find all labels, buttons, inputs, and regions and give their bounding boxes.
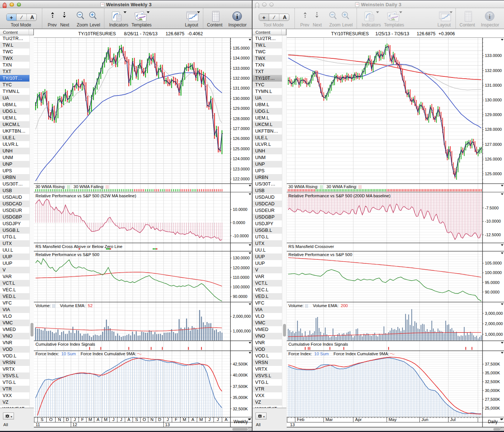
svg-text:Mar: Mar <box>326 417 333 422</box>
svg-text:S: S <box>40 417 43 422</box>
svg-text:126.6875: 126.6875 <box>166 31 185 36</box>
svg-text:+0.3906: +0.3906 <box>439 31 455 36</box>
svg-text:30,000K: 30,000K <box>485 388 500 393</box>
svg-text:134.0000: 134.0000 <box>233 56 250 60</box>
svg-text:1,000,000: 1,000,000 <box>233 329 251 333</box>
svg-text:122.0000: 122.0000 <box>233 177 250 181</box>
svg-text:128.0000: 128.0000 <box>233 116 250 121</box>
svg-text:Daily: Daily <box>488 419 498 424</box>
svg-text:RS Mansfield Cross Above or Be: RS Mansfield Cross Above or Below Zero L… <box>36 244 123 249</box>
svg-text:Apr: Apr <box>355 417 362 422</box>
svg-text:129.0000: 129.0000 <box>485 112 502 117</box>
svg-text:1/25/13 - 7/26/13: 1/25/13 - 7/26/13 <box>375 31 409 36</box>
svg-text:35,000K: 35,000K <box>485 371 500 375</box>
svg-text:30 WMA Rising: ||| 30 WMA Fa: 30 WMA Rising: ||| 30 WMA Falling: ||| <box>289 184 362 189</box>
svg-text:8/26/11 - 7/26/13: 8/26/11 - 7/26/13 <box>124 31 157 36</box>
svg-text:133.0000: 133.0000 <box>233 66 250 71</box>
svg-text:95.0000: 95.0000 <box>485 280 500 285</box>
svg-text:131.0000: 131.0000 <box>233 86 250 90</box>
svg-text:128.0000: 128.0000 <box>485 127 502 132</box>
svg-text:42,500K: 42,500K <box>233 362 248 366</box>
svg-text:105.0000: 105.0000 <box>485 261 502 265</box>
svg-text:Jul: Jul <box>450 417 456 422</box>
svg-text:TY/10TRESURIES: TY/10TRESURIES <box>331 31 369 36</box>
svg-text:126.0000: 126.0000 <box>233 136 250 141</box>
svg-text:11: 11 <box>36 422 40 427</box>
svg-text:27,500K: 27,500K <box>485 397 500 402</box>
svg-text:M: M <box>104 417 108 422</box>
svg-text:N: N <box>150 417 153 422</box>
svg-text:J: J <box>74 417 76 422</box>
svg-text:130.0000: 130.0000 <box>485 98 502 102</box>
svg-text:A: A <box>97 417 100 422</box>
svg-text:M: M <box>89 417 92 422</box>
svg-text:J: J <box>120 417 122 422</box>
svg-text:J: J <box>112 417 115 422</box>
svg-text:126.6875: 126.6875 <box>417 31 436 36</box>
svg-text:Cumulative Force Index Signals: Cumulative Force Index Signals <box>36 342 96 346</box>
svg-text:13: 13 <box>165 422 170 427</box>
svg-text:90.0000: 90.0000 <box>233 294 247 299</box>
svg-text:40,000K: 40,000K <box>233 373 248 377</box>
svg-text:123.0000: 123.0000 <box>233 167 250 171</box>
svg-text:Volume: ||| Volume EMA: 20: Volume: ||| Volume EMA: 200 <box>289 303 348 308</box>
svg-text:132.0000: 132.0000 <box>233 76 250 80</box>
svg-text:135.0000: 135.0000 <box>233 46 250 50</box>
svg-text:1,000,000: 1,000,000 <box>485 332 503 336</box>
svg-text:May: May <box>389 417 397 422</box>
svg-text:10.0000: 10.0000 <box>233 207 247 212</box>
svg-text:12: 12 <box>72 422 77 427</box>
svg-text:129.0000: 129.0000 <box>233 106 250 111</box>
svg-text:37,500K: 37,500K <box>485 362 500 366</box>
svg-text:S: S <box>135 417 138 422</box>
svg-text:D: D <box>158 417 161 422</box>
svg-text:120.0000: 120.0000 <box>233 266 250 270</box>
svg-text:32,500K: 32,500K <box>233 407 248 411</box>
svg-text:130.0000: 130.0000 <box>233 256 250 260</box>
svg-text:37,500K: 37,500K <box>233 384 248 389</box>
svg-text:Weekly: Weekly <box>233 419 248 424</box>
svg-text:A: A <box>128 417 131 422</box>
svg-text:Jun: Jun <box>422 417 429 422</box>
svg-text:132.0000: 132.0000 <box>485 68 502 73</box>
svg-text:133.0000: 133.0000 <box>485 53 502 58</box>
svg-text:F: F <box>175 417 177 422</box>
svg-text:127.0000: 127.0000 <box>233 126 250 131</box>
svg-text:i: i <box>236 13 238 20</box>
svg-text:M: M <box>183 417 186 422</box>
svg-text:F: F <box>81 417 84 422</box>
svg-text:13: 13 <box>290 422 295 427</box>
svg-text:90.0000: 90.0000 <box>485 290 500 294</box>
svg-text:3,000,000: 3,000,000 <box>485 311 503 316</box>
svg-text:O: O <box>143 417 146 422</box>
svg-text:100.0000: 100.0000 <box>233 285 250 289</box>
svg-text:-7.5000: -7.5000 <box>485 206 498 210</box>
svg-text:124.0000: 124.0000 <box>233 156 250 161</box>
svg-text:Relative Performance vs S&P 50: Relative Performance vs S&P 500 (200D MA… <box>289 194 391 198</box>
svg-text:Volume: ||| Volume EMA: 52: Volume: ||| Volume EMA: 52 <box>36 303 93 308</box>
svg-text:2,000,000: 2,000,000 <box>233 314 251 318</box>
svg-text:125.0000: 125.0000 <box>485 172 502 176</box>
svg-text:N: N <box>58 417 61 422</box>
svg-text:J: J <box>217 417 219 422</box>
svg-text:J: J <box>167 417 169 422</box>
svg-text:D: D <box>66 417 69 422</box>
svg-text:-0.4062: -0.4062 <box>187 31 203 36</box>
svg-text:131.0000: 131.0000 <box>485 83 502 87</box>
svg-text:Feb: Feb <box>297 417 304 422</box>
svg-text:Cumulative Force Index Signals: Cumulative Force Index Signals <box>289 342 348 346</box>
svg-text:-10.0000: -10.0000 <box>233 234 249 238</box>
svg-text:Relative Performance vs S&P 50: Relative Performance vs S&P 500 (52W MA … <box>36 194 136 198</box>
svg-text:i: i <box>489 13 491 20</box>
svg-text:130.0000: 130.0000 <box>233 96 250 101</box>
svg-text:126.0000: 126.0000 <box>485 157 502 161</box>
svg-text:-12.5000: -12.5000 <box>485 233 501 237</box>
svg-text:127.0000: 127.0000 <box>485 142 502 147</box>
svg-text:TY/10TRESURIES: TY/10TRESURIES <box>78 31 116 36</box>
svg-text:Force Index: 10 Sum Force: Force Index: 10 Sum Force Index Cumulati… <box>36 352 139 356</box>
svg-text:0.0000: 0.0000 <box>233 220 245 225</box>
svg-text:30 WMA Rising: ||| 30 WMA Fa: 30 WMA Rising: ||| 30 WMA Falling: ||| <box>36 184 109 189</box>
svg-text:O: O <box>49 417 53 422</box>
svg-text:Relative Performance vs S&P 50: Relative Performance vs S&P 500 <box>36 252 100 257</box>
svg-text:35,000K: 35,000K <box>233 395 248 400</box>
